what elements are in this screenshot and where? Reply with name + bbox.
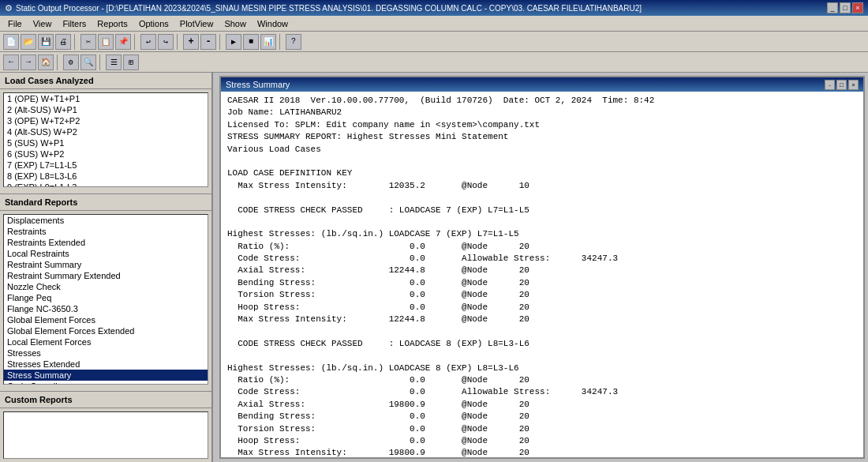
stress-maximize-button[interactable]: □ <box>836 80 847 90</box>
right-panel: Stress Summary - □ × CAESAR II 2018 Ver.… <box>213 73 868 462</box>
report-item[interactable]: Restraints Extended <box>4 237 208 248</box>
report-item[interactable]: Restraint Summary <box>4 259 208 270</box>
cut-button[interactable]: ✂ <box>80 34 96 50</box>
load-case-item[interactable]: 6 (SUS) W+P2 <box>4 148 208 160</box>
custom-reports-list[interactable] <box>3 411 208 459</box>
save-button[interactable]: 💾 <box>38 34 54 50</box>
report-item[interactable]: Stresses Extended <box>4 359 208 370</box>
toolbar-separator-2 <box>134 34 137 50</box>
standard-reports-list[interactable]: DisplacementsRestraintsRestraints Extend… <box>3 214 208 385</box>
load-case-item[interactable]: 5 (SUS) W+P1 <box>4 137 208 148</box>
menu-show[interactable]: Show <box>219 17 251 30</box>
zoom-out-button[interactable]: - <box>200 34 216 50</box>
toolbar-separator-1 <box>74 34 77 50</box>
toolbar2-separator-2 <box>99 54 103 70</box>
stop-button[interactable]: ■ <box>243 34 259 50</box>
report-item[interactable]: Restraint Summary Extended <box>4 270 208 281</box>
maximize-button[interactable]: □ <box>840 2 851 13</box>
toolbar-separator-5 <box>279 34 282 50</box>
menu-bar: File View Filters Reports Options PlotVi… <box>0 16 868 32</box>
undo-button[interactable]: ↩ <box>140 34 156 50</box>
load-case-item[interactable]: 2 (Alt-SUS) W+P1 <box>4 104 208 115</box>
stress-summary-window: Stress Summary - □ × CAESAR II 2018 Ver.… <box>219 76 865 459</box>
menu-options[interactable]: Options <box>134 17 174 30</box>
title-bar-text: Static Output Processor - [D:\PELATIHAN … <box>16 4 642 13</box>
new-button[interactable]: 📄 <box>3 34 19 50</box>
custom-reports-title: Custom Reports <box>0 391 211 408</box>
zoom-in-button[interactable]: + <box>183 34 199 50</box>
print-button[interactable]: 🖨 <box>55 34 71 50</box>
stress-window-title: Stress Summary <box>226 80 290 89</box>
report-item[interactable]: Global Element Forces <box>4 314 208 325</box>
report-item[interactable]: Displacements <box>4 215 208 226</box>
menu-window[interactable]: Window <box>253 17 293 30</box>
open-button[interactable]: 📂 <box>21 34 36 50</box>
close-button[interactable]: × <box>852 2 863 13</box>
load-case-item[interactable]: 3 (OPE) W+T2+P2 <box>4 115 208 126</box>
load-case-item[interactable]: 7 (EXP) L7=L1-L5 <box>4 160 208 171</box>
app-icon: ⚙ <box>5 3 13 13</box>
report-item[interactable]: Local Restraints <box>4 248 208 259</box>
stress-minimize-button[interactable]: - <box>825 80 835 90</box>
main-area: Load Cases Analyzed 1 (OPE) W+T1+P12 (Al… <box>0 73 868 462</box>
toolbar-row2: ← → 🏠 ⚙ 🔍 ☰ ⊞ <box>0 52 868 73</box>
report-item[interactable]: Stresses <box>4 347 208 359</box>
menu-file[interactable]: File <box>3 17 27 30</box>
left-panel: Load Cases Analyzed 1 (OPE) W+T1+P12 (Al… <box>0 73 213 462</box>
report-item[interactable]: Code Compliance <box>4 381 208 385</box>
settings-button[interactable]: ⚙ <box>63 54 79 70</box>
load-cases-list[interactable]: 1 (OPE) W+T1+P12 (Alt-SUS) W+P13 (OPE) W… <box>3 92 208 187</box>
report-item[interactable]: Stress Summary <box>4 370 208 381</box>
title-bar: ⚙ Static Output Processor - [D:\PELATIHA… <box>0 0 868 16</box>
menu-plotview[interactable]: PlotView <box>175 17 219 30</box>
load-cases-section: Load Cases Analyzed 1 (OPE) W+T1+P12 (Al… <box>0 73 211 190</box>
report-item[interactable]: Nozzle Check <box>4 281 208 292</box>
report-item[interactable]: Flange Peq <box>4 292 208 303</box>
load-cases-title: Load Cases Analyzed <box>0 73 211 89</box>
report-item[interactable]: Flange NC-3650.3 <box>4 303 208 314</box>
menu-filters[interactable]: Filters <box>58 17 91 30</box>
toolbar2-separator-1 <box>57 54 60 70</box>
title-bar-left: ⚙ Static Output Processor - [D:\PELATIHA… <box>5 3 642 13</box>
custom-reports-section: Custom Reports <box>0 388 211 462</box>
paste-button[interactable]: 📌 <box>115 34 131 50</box>
run-button[interactable]: ▶ <box>226 34 241 50</box>
home-button[interactable]: 🏠 <box>38 54 54 70</box>
grid-button[interactable]: ⊞ <box>123 54 139 70</box>
stress-content[interactable]: CAESAR II 2018 Ver.10.00.00.77700, (Buil… <box>221 92 863 457</box>
toolbar-row1: 📄 📂 💾 🖨 ✂ 📋 📌 ↩ ↪ + - ▶ ■ 📊 ? <box>0 32 868 52</box>
stress-window-title-bar: Stress Summary - □ × <box>221 77 863 92</box>
help-button[interactable]: ? <box>286 34 301 50</box>
list-button[interactable]: ☰ <box>106 54 122 70</box>
load-case-item[interactable]: 8 (EXP) L8=L3-L6 <box>4 171 208 182</box>
standard-reports-section: Standard Reports DisplacementsRestraints… <box>0 190 211 388</box>
back-button[interactable]: ← <box>3 54 19 70</box>
report-item[interactable]: Restraints <box>4 226 208 237</box>
menu-view[interactable]: View <box>28 17 57 30</box>
forward-button[interactable]: → <box>21 54 36 70</box>
results-button[interactable]: 📊 <box>260 34 276 50</box>
toolbar-separator-3 <box>177 34 180 50</box>
load-case-item[interactable]: 1 (OPE) W+T1+P1 <box>4 93 208 104</box>
toolbar-separator-4 <box>219 34 223 50</box>
load-case-item[interactable]: 9 (EXP) L9=L1-L3 <box>4 182 208 187</box>
report-item[interactable]: Local Element Forces <box>4 336 208 347</box>
standard-reports-title: Standard Reports <box>0 193 211 211</box>
load-case-item[interactable]: 4 (Alt-SUS) W+P2 <box>4 126 208 137</box>
filter-button[interactable]: 🔍 <box>80 54 96 70</box>
minimize-button[interactable]: _ <box>827 2 838 13</box>
stress-close-button[interactable]: × <box>848 80 859 90</box>
title-bar-controls[interactable]: _ □ × <box>827 2 863 13</box>
copy-button[interactable]: 📋 <box>98 34 114 50</box>
stress-window-controls[interactable]: - □ × <box>825 80 859 90</box>
report-item[interactable]: Global Element Forces Extended <box>4 325 208 336</box>
redo-button[interactable]: ↪ <box>158 34 174 50</box>
menu-reports[interactable]: Reports <box>92 17 133 30</box>
